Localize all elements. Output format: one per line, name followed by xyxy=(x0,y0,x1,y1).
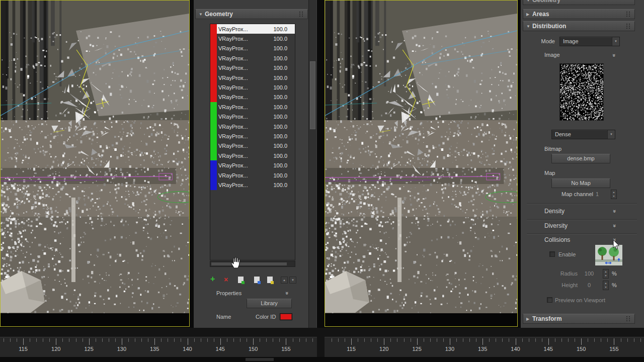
enable-checkbox[interactable] xyxy=(549,251,555,257)
expand-density-icon[interactable]: » xyxy=(612,210,618,213)
ruler-label: 120 xyxy=(48,346,63,352)
ruler-tick xyxy=(96,338,96,342)
radius-spinner[interactable]: ▲▼ xyxy=(603,269,609,279)
import-item-icon[interactable] xyxy=(237,276,244,284)
grip-icon xyxy=(626,316,631,322)
expand-image-icon[interactable]: » xyxy=(611,54,617,57)
ruler-tick xyxy=(397,338,397,342)
geometry-rollout-header[interactable]: ▼ Geometry xyxy=(195,9,308,19)
geometry-list-row[interactable]: VRayProx...100.0 xyxy=(210,122,295,131)
map-channel-value[interactable]: 1 xyxy=(596,191,607,197)
settings-panel: ▼ Geometry ▶ Areas ▼ Distribution Mode I… xyxy=(521,0,644,328)
ruler-tick xyxy=(371,338,371,342)
row-name: VRayProx... xyxy=(217,84,248,90)
expand-properties-icon[interactable]: » xyxy=(284,292,290,295)
preview-viewport-checkbox[interactable] xyxy=(547,297,552,303)
geometry-list-row[interactable]: VRayProx...100.0 xyxy=(210,82,295,92)
ruler-tick xyxy=(509,338,509,342)
height-value[interactable]: 0 xyxy=(580,282,598,288)
list-hscrollbar[interactable] xyxy=(210,261,295,267)
panel-scrollbar-thumb[interactable] xyxy=(310,61,315,129)
geometry-list-row[interactable]: VRayProx...100.0 xyxy=(210,44,295,53)
geometry-list-row[interactable]: VRayProx...100.0 xyxy=(210,34,295,43)
ruler-tick xyxy=(89,338,90,345)
transform-rollout-header[interactable]: ▶ Transform xyxy=(523,314,635,324)
grip-icon xyxy=(299,12,304,18)
spin-down-icon[interactable]: ▼ xyxy=(603,274,608,278)
ruler-tick xyxy=(253,338,254,345)
chevron-down-icon[interactable]: ▼ xyxy=(607,130,615,139)
geometry-list-row[interactable]: VRayProx...100.0 xyxy=(210,180,295,190)
row-value: 100.0 xyxy=(273,124,295,130)
move-down-button[interactable]: ▼ xyxy=(289,277,296,284)
time-ruler-right[interactable]: 115120125130135140145150155 xyxy=(325,337,644,357)
ruler-tick xyxy=(358,338,358,342)
spin-up-icon[interactable]: ▲ xyxy=(611,190,616,194)
image-preset-dropdown[interactable]: Dense ▼ xyxy=(551,130,615,139)
viewport-left[interactable] xyxy=(0,0,190,327)
geometry-list-row[interactable]: VRayProx...100.0 xyxy=(210,141,295,151)
bitmap-file-button[interactable]: dense.bmp xyxy=(551,154,610,163)
geometry-list-row[interactable]: VRayProx...100.0 xyxy=(210,170,295,180)
radius-value[interactable]: 100 xyxy=(580,270,598,277)
paste-item-icon[interactable] xyxy=(267,276,273,284)
color-id-bar xyxy=(210,102,217,112)
name-label: Name xyxy=(216,314,231,320)
spin-down-icon[interactable]: ▼ xyxy=(603,285,608,289)
geometry-list-row[interactable]: VRayProx...100.0 xyxy=(210,93,295,102)
row-value: 100.0 xyxy=(273,114,295,120)
geometry-list-row[interactable]: VRayProx...100.0 xyxy=(210,131,295,141)
panel-scrollbar[interactable] xyxy=(308,0,316,328)
ruler-label: 150 xyxy=(246,346,261,352)
ruler-tick xyxy=(522,338,523,342)
areas-rollout-header[interactable]: ▶ Areas xyxy=(523,9,635,19)
ruler-tick xyxy=(575,338,575,342)
ruler-tick xyxy=(535,338,536,342)
expand-diversity-icon[interactable]: » xyxy=(612,224,618,227)
spin-up-icon[interactable]: ▲ xyxy=(603,281,608,285)
spin-up-icon[interactable]: ▲ xyxy=(603,269,608,274)
mode-label: Mode xyxy=(540,38,555,44)
delete-item-icon[interactable]: × xyxy=(224,276,228,284)
ruler-label: 120 xyxy=(376,346,391,352)
ruler-tick xyxy=(463,338,463,342)
geometry-list-row[interactable]: VRayProx...100.0 xyxy=(210,24,295,34)
row-value: 100.0 xyxy=(273,36,295,42)
list-hscrollbar-thumb[interactable] xyxy=(211,262,287,265)
rollout-title: Distribution xyxy=(532,23,566,30)
spin-down-icon[interactable]: ▼ xyxy=(611,194,616,198)
row-name: VRayProx... xyxy=(217,55,248,61)
map-button[interactable]: No Map xyxy=(551,178,610,188)
height-spinner[interactable]: ▲▼ xyxy=(603,281,609,290)
time-ruler-left[interactable]: 115120125130135140145150155 xyxy=(0,337,317,357)
ruler-tick xyxy=(49,338,50,342)
distribution-image-preview[interactable] xyxy=(559,63,604,121)
geometry-list-row[interactable]: VRayProx...100.0 xyxy=(210,53,295,63)
viewport-right[interactable] xyxy=(325,0,518,327)
mode-dropdown[interactable]: Image ▼ xyxy=(559,37,620,46)
ruler-tick xyxy=(154,338,155,345)
geometry-list-row[interactable]: VRayProx...100.0 xyxy=(210,73,295,82)
move-up-button[interactable]: ▲ xyxy=(281,277,288,284)
geometry-rollout-header-scrolled[interactable]: ▼ Geometry xyxy=(523,0,635,5)
add-item-icon[interactable]: + xyxy=(210,275,215,284)
geometry-list-row[interactable]: VRayProx...100.0 xyxy=(210,102,295,112)
geometry-list[interactable]: VRayProx...100.0VRayProx...100.0VRayProx… xyxy=(210,24,295,260)
geometry-list-row[interactable]: VRayProx...100.0 xyxy=(210,151,295,160)
library-button[interactable]: Library xyxy=(247,299,292,308)
ruler-tick xyxy=(450,338,450,345)
geometry-list-row[interactable]: VRayProx...100.0 xyxy=(210,160,295,170)
copy-item-icon[interactable] xyxy=(254,276,260,284)
geometry-list-row[interactable]: VRayProx...100.0 xyxy=(210,63,295,73)
trackbar-thumb[interactable] xyxy=(246,358,274,361)
ruler-tick xyxy=(168,338,168,342)
grip-icon xyxy=(626,12,631,18)
ruler-label: 130 xyxy=(114,346,129,352)
distribution-rollout-header[interactable]: ▼ Distribution xyxy=(523,21,635,31)
ruler-label: 125 xyxy=(82,346,97,352)
map-channel-spinner[interactable]: ▲▼ xyxy=(611,190,617,199)
ruler-tick xyxy=(561,338,562,342)
chevron-down-icon[interactable]: ▼ xyxy=(612,37,619,46)
color-id-swatch[interactable] xyxy=(280,313,292,320)
geometry-list-row[interactable]: VRayProx...100.0 xyxy=(210,112,295,122)
